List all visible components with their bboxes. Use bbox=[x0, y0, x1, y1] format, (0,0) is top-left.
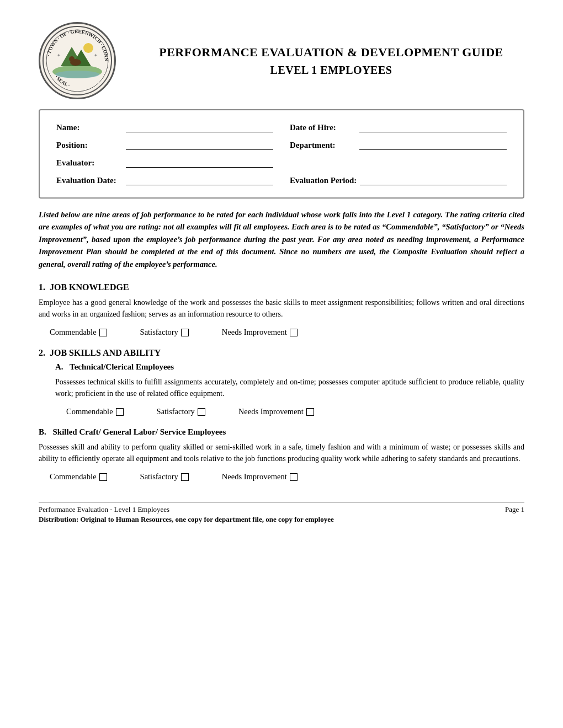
needs-improvement-2a-label: Needs Improvement bbox=[238, 407, 304, 416]
needs-improvement-2b-label: Needs Improvement bbox=[222, 472, 287, 481]
main-title: PERFORMANCE EVALUATION & DEVELOPMENT GUI… bbox=[138, 45, 524, 60]
subsection-2a-heading: Technical/Clerical Employees bbox=[70, 362, 174, 371]
doh-label: Date of Hire: bbox=[290, 123, 356, 132]
commendable-2a-checkbox[interactable] bbox=[116, 408, 124, 416]
subsection-2b-heading: Skilled Craft/ General Labor/ Service Em… bbox=[53, 427, 226, 436]
subsection-2b-label: B. bbox=[39, 427, 46, 436]
commendable-1-checkbox[interactable] bbox=[99, 329, 107, 336]
section-1: 1. JOB KNOWLEDGE Employee has a good gen… bbox=[39, 282, 524, 337]
section-1-title: 1. JOB KNOWLEDGE bbox=[39, 282, 524, 292]
position-col: Position: bbox=[56, 140, 273, 150]
footer-left: Performance Evaluation - Level 1 Employe… bbox=[39, 505, 169, 514]
title-area: PERFORMANCE EVALUATION & DEVELOPMENT GUI… bbox=[127, 45, 524, 77]
footer-divider bbox=[39, 502, 524, 503]
footer-distribution: Distribution: Original to Human Resource… bbox=[39, 515, 524, 524]
section-1-ratings: Commendable Satisfactory Needs Improveme… bbox=[50, 328, 524, 337]
section-1-desc: Employee has a good general knowledge of… bbox=[39, 297, 524, 320]
eval-date-label: Evaluation Date: bbox=[56, 176, 123, 185]
section-2-heading: JOB SKILLS AND ABILITY bbox=[50, 348, 161, 357]
doh-line[interactable] bbox=[359, 122, 507, 132]
page-footer: Performance Evaluation - Level 1 Employe… bbox=[39, 498, 524, 524]
eval-period-col: Evaluation Period: bbox=[290, 175, 507, 185]
name-label: Name: bbox=[56, 123, 123, 132]
subsection-2a-label: A. bbox=[55, 362, 63, 371]
satisfactory-1: Satisfactory bbox=[140, 328, 189, 337]
eval-date-col: Evaluation Date: bbox=[56, 175, 273, 185]
commendable-2b-checkbox[interactable] bbox=[99, 473, 107, 481]
needs-improvement-2b-checkbox[interactable] bbox=[290, 473, 298, 481]
svg-point-10 bbox=[55, 71, 99, 78]
subsection-2a: A. Technical/Clerical Employees Possesse… bbox=[55, 362, 524, 416]
dept-line[interactable] bbox=[359, 140, 507, 150]
logo-area: · TOWN · OF · GREENWICH · CONN · · SEAL … bbox=[39, 22, 127, 99]
evaluator-row: Evaluator: bbox=[56, 158, 507, 168]
section-2-number: 2. bbox=[39, 348, 50, 357]
name-line[interactable] bbox=[126, 122, 273, 132]
section-1-heading: JOB KNOWLEDGE bbox=[50, 282, 129, 292]
position-label: Position: bbox=[56, 141, 123, 150]
eval-date-row: Evaluation Date: Evaluation Period: bbox=[56, 175, 507, 185]
satisfactory-2a-label: Satisfactory bbox=[157, 407, 195, 416]
needs-improvement-1-checkbox[interactable] bbox=[290, 329, 298, 336]
svg-text:✦: ✦ bbox=[94, 53, 98, 58]
section-1-number: 1. bbox=[39, 282, 50, 292]
satisfactory-2b-checkbox[interactable] bbox=[181, 473, 189, 481]
eval-period-line[interactable] bbox=[360, 175, 507, 185]
eval-period-label: Evaluation Period: bbox=[290, 176, 357, 185]
intro-paragraph: Listed below are nine areas of job perfo… bbox=[39, 208, 524, 270]
needs-improvement-1: Needs Improvement bbox=[222, 328, 298, 337]
seal-svg: · TOWN · OF · GREENWICH · CONN · · SEAL … bbox=[41, 25, 113, 97]
needs-improvement-2a-checkbox[interactable] bbox=[306, 408, 314, 416]
commendable-2b-label: Commendable bbox=[50, 472, 97, 481]
evaluator-label: Evaluator: bbox=[56, 158, 123, 168]
town-seal: · TOWN · OF · GREENWICH · CONN · · SEAL … bbox=[39, 22, 116, 99]
page-header: · TOWN · OF · GREENWICH · CONN · · SEAL … bbox=[39, 22, 524, 99]
dept-col: Department: bbox=[290, 140, 507, 150]
needs-improvement-1-label: Needs Improvement bbox=[222, 328, 287, 337]
commendable-2b: Commendable bbox=[50, 472, 107, 481]
sub-title: LEVEL 1 EMPLOYEES bbox=[138, 64, 524, 77]
satisfactory-1-label: Satisfactory bbox=[140, 328, 178, 337]
position-line[interactable] bbox=[126, 140, 273, 150]
satisfactory-2b-label: Satisfactory bbox=[140, 472, 178, 481]
section-2-title: 2. JOB SKILLS AND ABILITY bbox=[39, 348, 524, 358]
needs-improvement-2a: Needs Improvement bbox=[238, 407, 314, 416]
subsection-2a-title: A. Technical/Clerical Employees bbox=[55, 362, 524, 372]
satisfactory-1-checkbox[interactable] bbox=[181, 329, 189, 336]
section-2b-ratings: Commendable Satisfactory Needs Improveme… bbox=[50, 472, 524, 481]
subsection-2b: B. Skilled Craft/ General Labor/ Service… bbox=[39, 427, 524, 481]
doh-col: Date of Hire: bbox=[290, 122, 507, 132]
svg-text:✦: ✦ bbox=[57, 53, 61, 58]
subsection-2b-desc: Possesses skill and ability to perform q… bbox=[39, 441, 524, 464]
subsection-2b-title: B. Skilled Craft/ General Labor/ Service… bbox=[39, 427, 524, 437]
commendable-2a-label: Commendable bbox=[66, 407, 113, 416]
satisfactory-2b: Satisfactory bbox=[140, 472, 189, 481]
info-box: Name: Date of Hire: Position: Department… bbox=[39, 109, 524, 199]
name-row: Name: Date of Hire: bbox=[56, 122, 507, 132]
section-2: 2. JOB SKILLS AND ABILITY A. Technical/C… bbox=[39, 348, 524, 481]
svg-point-7 bbox=[83, 43, 93, 53]
commendable-1: Commendable bbox=[50, 328, 107, 337]
svg-point-9 bbox=[69, 56, 75, 62]
position-row: Position: Department: bbox=[56, 140, 507, 150]
footer-top-row: Performance Evaluation - Level 1 Employe… bbox=[39, 505, 524, 514]
commendable-2a: Commendable bbox=[66, 407, 124, 416]
evaluator-line[interactable] bbox=[126, 158, 273, 168]
footer-right: Page 1 bbox=[505, 505, 524, 514]
needs-improvement-2b: Needs Improvement bbox=[222, 472, 298, 481]
evaluator-col: Evaluator: bbox=[56, 158, 273, 168]
name-col: Name: bbox=[56, 122, 273, 132]
subsection-2a-desc: Possesses technical skills to fulfill as… bbox=[55, 376, 524, 399]
commendable-1-label: Commendable bbox=[50, 328, 97, 337]
satisfactory-2a: Satisfactory bbox=[157, 407, 205, 416]
section-2a-ratings: Commendable Satisfactory Needs Improveme… bbox=[66, 407, 524, 416]
satisfactory-2a-checkbox[interactable] bbox=[198, 408, 205, 416]
eval-date-line[interactable] bbox=[126, 175, 273, 185]
dept-label: Department: bbox=[290, 141, 356, 150]
